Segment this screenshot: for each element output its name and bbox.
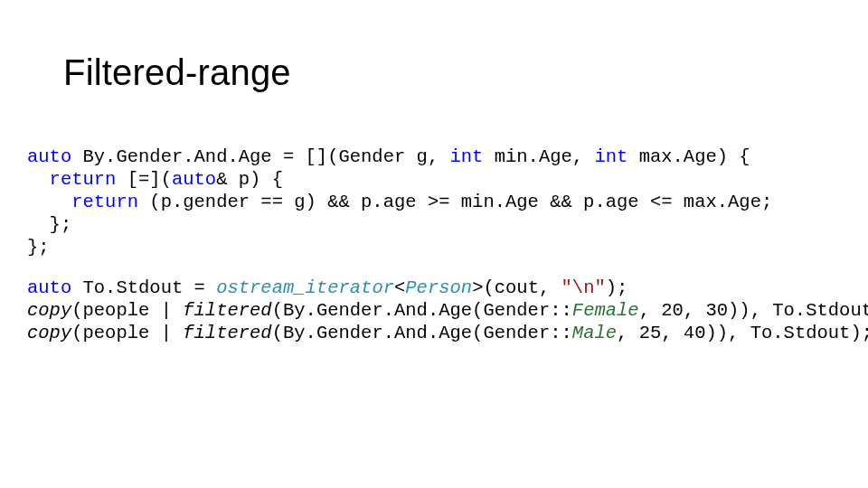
code-text: To.Stdout = (71, 277, 216, 298)
code-text: (cout, (483, 277, 561, 298)
code-line-7: copy(people | filtered(By.Gender.And.Age… (27, 300, 868, 321)
code-text: (By.Gender.And.Age(Gender:: (272, 300, 572, 321)
code-line-8: copy(people | filtered(By.Gender.And.Age… (27, 323, 868, 343)
code-text: , 25, 40)), To.Stdout); (617, 323, 868, 343)
type-name: Person (405, 277, 472, 298)
code-block: auto By.Gender.And.Age = [](Gender g, in… (27, 145, 841, 344)
page-title: Filtered-range (63, 52, 841, 93)
code-text: , 20, 30)), To.Stdout); (639, 300, 868, 321)
code-text: ); (606, 277, 628, 298)
keyword-return: return (50, 169, 117, 190)
func-copy: copy (27, 323, 71, 343)
enum-value: Male (572, 323, 617, 343)
tpl-close: > (472, 277, 483, 298)
func-copy: copy (27, 300, 71, 321)
code-line-4: }; (27, 214, 71, 235)
keyword-int: int (450, 146, 484, 167)
func-filtered: filtered (183, 300, 271, 321)
indent (27, 169, 50, 190)
tpl-open: < (394, 277, 405, 298)
blank-line (27, 258, 841, 277)
func-filtered: filtered (183, 323, 271, 343)
enum-value: Female (572, 300, 639, 321)
code-text: By.Gender.And.Age = [](Gender g, (71, 146, 449, 167)
code-text: (people | (71, 323, 183, 343)
code-line-5: }; (27, 237, 50, 258)
code-text: [=]( (116, 169, 172, 190)
code-text: & p) { (216, 169, 283, 190)
code-line-6: auto To.Stdout = ostream_iterator<Person… (27, 277, 627, 298)
code-line-2: return [=](auto& p) { (27, 169, 283, 190)
keyword-auto: auto (27, 146, 71, 167)
keyword-return: return (71, 192, 138, 212)
code-text: min.Age, (483, 146, 594, 167)
indent (27, 192, 71, 212)
slide: Filtered-range auto By.Gender.And.Age = … (0, 0, 868, 488)
string-literal: "\n" (561, 277, 606, 298)
code-text: (By.Gender.And.Age(Gender:: (272, 323, 572, 343)
keyword-int: int (594, 146, 627, 167)
type-name: ostream_iterator (216, 277, 394, 298)
code-text: (people | (71, 300, 183, 321)
keyword-auto: auto (172, 169, 216, 190)
keyword-auto: auto (27, 277, 71, 298)
code-text: (p.gender == g) && p.age >= min.Age && p… (138, 192, 772, 212)
code-line-3: return (p.gender == g) && p.age >= min.A… (27, 192, 772, 212)
code-line-1: auto By.Gender.And.Age = [](Gender g, in… (27, 146, 750, 167)
code-text: max.Age) { (627, 146, 750, 167)
